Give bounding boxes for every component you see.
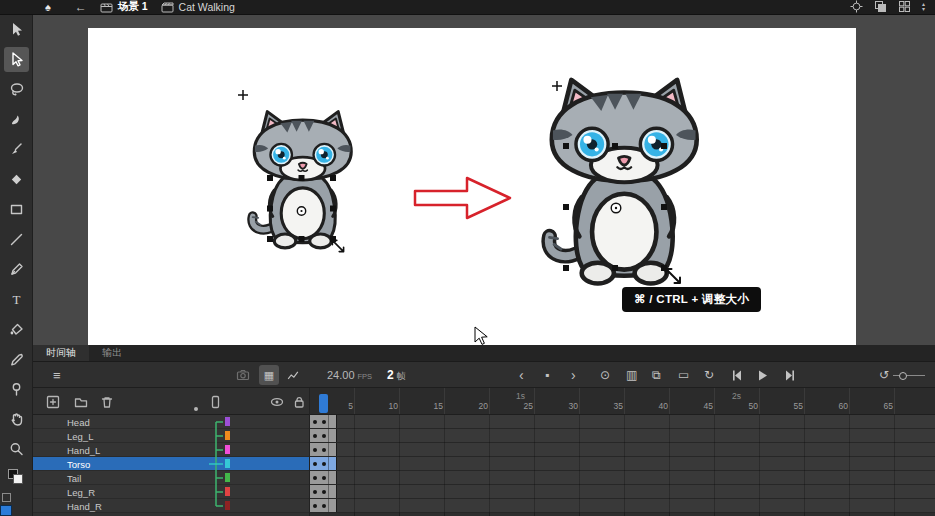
stroke-fill-swatches[interactable]: [8, 469, 24, 485]
keyframe-dot[interactable]: [322, 448, 326, 452]
step-forward-button[interactable]: [783, 362, 796, 388]
keyframe-dot[interactable]: [313, 434, 317, 438]
fps-value[interactable]: 24.00: [327, 369, 355, 381]
layer-color-swatch[interactable]: [225, 473, 230, 482]
keyframe-span[interactable]: [310, 499, 337, 512]
frames-view-toggle[interactable]: ▦: [259, 365, 279, 385]
layer-row-hand-l[interactable]: Hand_L: [33, 443, 309, 457]
timeline-zoom-slider[interactable]: [893, 375, 925, 376]
frame-row[interactable]: [310, 457, 935, 471]
keyframe-dot[interactable]: [313, 476, 317, 480]
subselection-tool[interactable]: [4, 47, 29, 72]
fluid-brush-tool[interactable]: [4, 107, 29, 132]
add-layer-button[interactable]: [45, 394, 61, 414]
frame-row[interactable]: [310, 471, 935, 485]
layer-color-swatch[interactable]: [225, 487, 230, 496]
zoom-spinner[interactable]: ▴▾: [922, 2, 925, 12]
keyframe-dot[interactable]: [313, 490, 317, 494]
layer-color-swatch[interactable]: [225, 501, 230, 510]
rectangle-tool[interactable]: [4, 197, 29, 222]
current-frame-value[interactable]: 2: [387, 368, 394, 382]
graph-view-toggle[interactable]: [283, 365, 303, 385]
center-stage-icon[interactable]: [850, 0, 863, 15]
hand-tool[interactable]: [4, 407, 29, 432]
layer-color-swatch[interactable]: [225, 459, 230, 468]
shading-icon[interactable]: [874, 0, 887, 15]
previous-keyframe-icon[interactable]: ‹: [519, 362, 524, 388]
layer-depth-icon[interactable]: [207, 394, 223, 414]
back-button[interactable]: ←: [75, 0, 87, 15]
keyframe-dot[interactable]: [322, 490, 326, 494]
eraser-tool[interactable]: [4, 167, 29, 192]
chevron-down-icon[interactable]: ▾: [922, 7, 925, 12]
new-folder-button[interactable]: [73, 394, 89, 414]
lasso-tool[interactable]: [4, 77, 29, 102]
keyframe-dot[interactable]: [313, 504, 317, 508]
frames-grid[interactable]: [310, 415, 935, 516]
step-back-button[interactable]: [731, 362, 744, 388]
delete-layer-button[interactable]: [99, 394, 115, 414]
classic-brush-tool[interactable]: [4, 137, 29, 162]
layer-row-torso[interactable]: Torso: [33, 457, 309, 471]
asset-warp-tool[interactable]: [4, 377, 29, 402]
lock-all-layers-icon[interactable]: [291, 394, 307, 414]
insert-keyframe-icon[interactable]: ▪: [545, 362, 549, 388]
keyframe-dot[interactable]: [322, 434, 326, 438]
fill-color-swatch[interactable]: [13, 474, 23, 484]
playhead[interactable]: [319, 394, 328, 413]
zoom-tool[interactable]: [4, 437, 29, 462]
tab-output[interactable]: 输出: [89, 345, 135, 361]
show-hide-all-layers-icon[interactable]: [269, 394, 285, 414]
edit-multiple-frames-icon[interactable]: ⧉: [652, 362, 661, 388]
grid-icon[interactable]: [898, 0, 911, 15]
keyframe-span[interactable]: [310, 457, 337, 470]
active-fill-color-swatch[interactable]: [0, 505, 12, 516]
play-button[interactable]: [757, 362, 768, 388]
frame-row[interactable]: [310, 485, 935, 499]
frame-row[interactable]: [310, 499, 935, 513]
reset-timeline-zoom-icon[interactable]: ↺: [879, 362, 889, 388]
eyedropper-tool[interactable]: [4, 347, 29, 372]
breadcrumb-symbol[interactable]: Cat Walking: [179, 1, 235, 13]
stage-canvas[interactable]: [33, 15, 935, 345]
layer-color-swatch[interactable]: [225, 445, 230, 454]
timeline-ruler[interactable]: 51015202530354045505560651s2s: [310, 388, 935, 415]
next-keyframe-icon[interactable]: ›: [571, 362, 576, 388]
breadcrumb-scene[interactable]: 场景 1: [118, 0, 148, 14]
keyframe-dot[interactable]: [322, 462, 326, 466]
timeline-zoom-knob[interactable]: [899, 372, 907, 380]
layer-row-hand-r[interactable]: Hand_R: [33, 499, 309, 513]
selection-tool[interactable]: [4, 17, 29, 42]
keyframe-span[interactable]: [310, 471, 337, 484]
keyframe-span[interactable]: [310, 485, 337, 498]
paint-bucket-tool[interactable]: [4, 317, 29, 342]
keyframe-dot[interactable]: [313, 448, 317, 452]
layer-color-swatch[interactable]: [225, 431, 230, 440]
layer-row-tail[interactable]: Tail: [33, 471, 309, 485]
keyframe-dot[interactable]: [322, 504, 326, 508]
frame-row[interactable]: [310, 443, 935, 457]
loop-icon[interactable]: ↻: [704, 362, 714, 388]
panel-corner-icon[interactable]: [2, 493, 11, 502]
layer-row-leg-r[interactable]: Leg_R: [33, 485, 309, 499]
keyframe-dot[interactable]: [313, 462, 317, 466]
keyframe-dot[interactable]: [313, 420, 317, 424]
onion-skin-icon[interactable]: ⊙: [600, 362, 610, 388]
onion-skin-outline-icon[interactable]: ▥: [626, 362, 637, 388]
keyframe-span[interactable]: [310, 443, 337, 456]
layer-row-head[interactable]: Head: [33, 415, 309, 429]
keyframe-span[interactable]: [310, 415, 337, 428]
layer-color-swatch[interactable]: [225, 417, 230, 426]
text-tool[interactable]: T: [4, 287, 29, 312]
keyframe-span[interactable]: [310, 429, 337, 442]
frame-row[interactable]: [310, 429, 935, 443]
pen-tool[interactable]: [4, 257, 29, 282]
tab-timeline[interactable]: 时间轴: [33, 345, 89, 361]
keyframe-dot[interactable]: [322, 420, 326, 424]
marker-range-icon[interactable]: ▭: [678, 362, 689, 388]
layer-row-leg-l[interactable]: Leg_L: [33, 429, 309, 443]
line-tool[interactable]: [4, 227, 29, 252]
keyframe-dot[interactable]: [322, 476, 326, 480]
frame-row[interactable]: [310, 415, 935, 429]
layers-panel-icon[interactable]: ≡: [53, 362, 61, 388]
